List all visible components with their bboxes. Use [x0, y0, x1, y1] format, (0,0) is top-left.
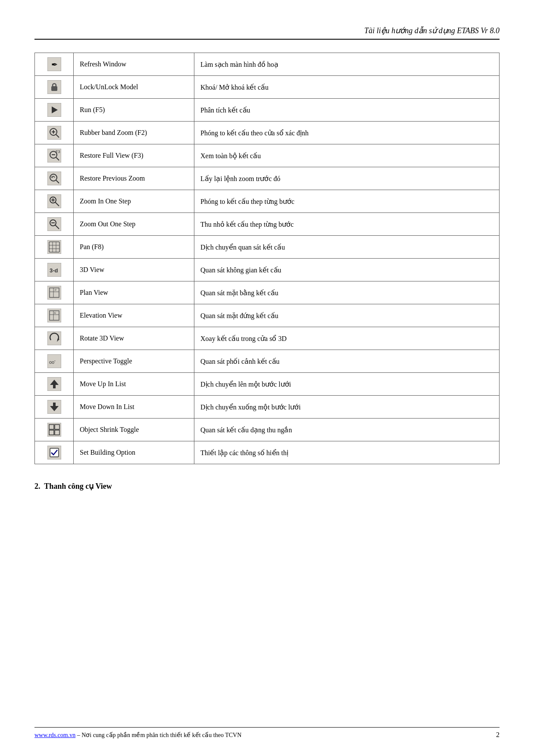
icon-cell [35, 373, 74, 396]
command-name: Plan View [74, 281, 194, 304]
command-desc: Làm sạch màn hình đồ hoạ [194, 53, 500, 76]
command-name: Zoom Out One Step [74, 213, 194, 236]
icon-cell: P [35, 281, 74, 304]
command-name: Move Up In List [74, 373, 194, 396]
command-name: 3D View [74, 259, 194, 281]
icon-cell [35, 99, 74, 122]
svg-text:oo': oo' [49, 359, 55, 365]
svg-text:E: E [54, 312, 56, 314]
command-desc: Phóng to kết cấu theo cửa sổ xác định [194, 122, 500, 144]
footer-text: www.rds.com.vn – Nơi cung cấp phần mềm p… [34, 731, 241, 739]
command-desc: Khoá/ Mở khoá kết cấu [194, 76, 500, 99]
icon-cell [35, 441, 74, 464]
icon-cell: 3-d [35, 259, 74, 281]
command-desc: Thiết lập các thông số hiển thị [194, 441, 500, 464]
svg-text:P: P [55, 289, 56, 291]
table-row: Rotate 3D ViewXoay kết cấu trong cửa sổ … [35, 327, 500, 350]
icon-cell: oo' [35, 350, 74, 373]
command-name: Rubber band Zoom (F2) [74, 122, 194, 144]
section-heading: 2. Thanh công cụ View [34, 481, 500, 491]
svg-text:✒: ✒ [51, 60, 57, 69]
command-desc: Dịch chuyển lên một bước lưới [194, 373, 500, 396]
command-desc: Quan sát kết cấu dạng thu ngắn [194, 419, 500, 441]
icon-cell: ✒ [35, 53, 74, 76]
table-row: Move Up In ListDịch chuyển lên một bước … [35, 373, 500, 396]
svg-rect-64 [50, 448, 59, 457]
command-desc: Quan sát mặt bằng kết cấu [194, 281, 500, 304]
table-row: Object Shrink ToggleQuan sát kết cấu dạn… [35, 419, 500, 441]
icon-cell: E [35, 304, 74, 327]
command-desc: Phân tích kết cấu [194, 99, 500, 122]
command-desc: Xoay kết cấu trong cửa sổ 3D [194, 327, 500, 350]
commands-table: ✒Refresh WindowLàm sạch màn hình đồ hoạL… [34, 53, 500, 464]
table-row: Zoom In One StepPhóng to kết cấu thep từ… [35, 190, 500, 213]
table-row: F3Restore Full View (F3)Xem toàn bộ kết … [35, 144, 500, 167]
svg-rect-54 [53, 385, 56, 388]
table-row: Restore Previous ZoomLấy lại lệnh zoom t… [35, 167, 500, 190]
command-name: Run (F5) [74, 99, 194, 122]
footer: www.rds.com.vn – Nơi cung cấp phần mềm p… [34, 727, 500, 739]
page: Tài liệu hướng dẫn sử dụng ETABS Vr 8.0 … [0, 0, 534, 756]
table-row: Lock/UnLock ModelKhoá/ Mở khoá kết cấu [35, 76, 500, 99]
command-name: Object Shrink Toggle [74, 419, 194, 441]
command-desc: Lấy lại lệnh zoom trước đó [194, 167, 500, 190]
svg-text:3-d: 3-d [50, 267, 58, 274]
table-row: oo'Perspective ToggleQuan sát phối cảnh … [35, 350, 500, 373]
icon-cell [35, 236, 74, 259]
command-name: Elevation View [74, 304, 194, 327]
table-row: Zoom Out One StepThu nhỏ kết cấu thep từ… [35, 213, 500, 236]
table-row: Set Building OptionThiết lập các thông s… [35, 441, 500, 464]
icon-cell [35, 76, 74, 99]
svg-text:F3: F3 [56, 150, 60, 154]
command-name: Perspective Toggle [74, 350, 194, 373]
command-desc: Thu nhỏ kết cấu thep từng bước [194, 213, 500, 236]
table-row: Rubber band Zoom (F2)Phóng to kết cấu th… [35, 122, 500, 144]
svg-rect-58 [47, 423, 61, 437]
table-row: ✒Refresh WindowLàm sạch màn hình đồ hoạ [35, 53, 500, 76]
table-row: Pan (F8)Dịch chuyển quan sát kết cấu [35, 236, 500, 259]
footer-link-desc: – Nơi cung cấp phần mềm phân tích thiết … [75, 732, 241, 738]
command-desc: Quan sát phối cảnh kết cấu [194, 350, 500, 373]
command-name: Pan (F8) [74, 236, 194, 259]
table-row: Move Down In ListDịch chuyển xuống một b… [35, 396, 500, 419]
footer-link[interactable]: www.rds.com.vn [34, 732, 75, 738]
command-desc: Dịch chuyển quan sát kết cấu [194, 236, 500, 259]
icon-cell [35, 167, 74, 190]
command-name: Restore Full View (F3) [74, 144, 194, 167]
footer-page: 2 [496, 731, 500, 739]
table-row: PPlan ViewQuan sát mặt bằng kết cấu [35, 281, 500, 304]
header: Tài liệu hướng dẫn sử dụng ETABS Vr 8.0 [34, 26, 500, 40]
icon-cell [35, 213, 74, 236]
svg-rect-56 [53, 403, 56, 406]
table-row: Run (F5)Phân tích kết cấu [35, 99, 500, 122]
icon-cell [35, 122, 74, 144]
header-title: Tài liệu hướng dẫn sử dụng ETABS Vr 8.0 [364, 26, 500, 35]
command-desc: Phóng to kết cấu thep từng bước [194, 190, 500, 213]
command-name: Move Down In List [74, 396, 194, 419]
svg-rect-7 [47, 126, 61, 140]
svg-rect-21 [47, 194, 61, 208]
command-name: Rotate 3D View [74, 327, 194, 350]
icon-cell [35, 396, 74, 419]
command-desc: Xem toàn bộ kết cấu [194, 144, 500, 167]
command-name: Restore Previous Zoom [74, 167, 194, 190]
icon-cell [35, 419, 74, 441]
svg-rect-26 [47, 217, 61, 231]
command-name: Set Building Option [74, 441, 194, 464]
icon-cell: F3 [35, 144, 74, 167]
command-name: Lock/UnLock Model [74, 76, 194, 99]
command-name: Refresh Window [74, 53, 194, 76]
command-name: Zoom In One Step [74, 190, 194, 213]
command-desc: Dịch chuyển xuống một bước lưới [194, 396, 500, 419]
command-desc: Quan sát không gian kết cấu [194, 259, 500, 281]
icon-cell [35, 190, 74, 213]
table-row: EElevation ViewQuan sát mặt đứng kết cấu [35, 304, 500, 327]
command-desc: Quan sát mặt đứng kết cấu [194, 304, 500, 327]
table-row: 3-d3D ViewQuan sát không gian kết cấu [35, 259, 500, 281]
svg-rect-17 [47, 172, 61, 185]
icon-cell [35, 327, 74, 350]
